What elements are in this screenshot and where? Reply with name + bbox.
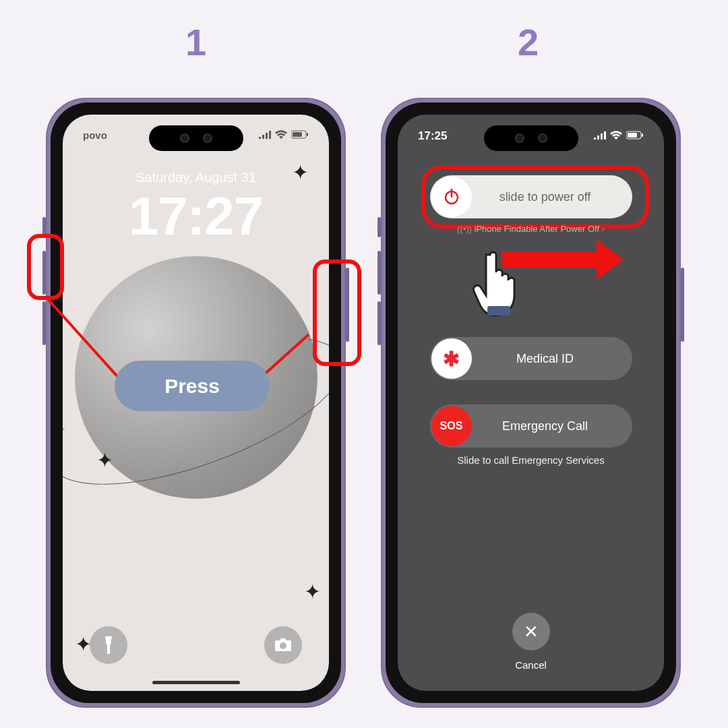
svg-rect-5 — [642, 133, 643, 137]
status-time: 17:25 — [418, 129, 447, 143]
phone-2-frame: 17:25 slide to pow — [381, 98, 681, 708]
highlight-power-slider — [421, 165, 649, 229]
home-indicator[interactable] — [152, 681, 240, 684]
svg-rect-8 — [487, 306, 510, 315]
volume-down-button[interactable] — [377, 301, 381, 345]
volume-down-button[interactable] — [42, 301, 46, 345]
press-label: Press — [115, 361, 270, 411]
svg-rect-4 — [628, 133, 637, 138]
close-icon: ✕ — [524, 621, 539, 642]
battery-icon — [626, 129, 644, 143]
signal-icon — [594, 129, 606, 143]
chevron-right-icon: › — [602, 224, 605, 234]
step-number-2: 2 — [518, 20, 539, 64]
volume-up-button[interactable] — [377, 251, 381, 295]
camera-button[interactable] — [264, 626, 302, 664]
lockscreen-date: Saturday, August 31 — [63, 170, 329, 185]
flashlight-button[interactable] — [90, 626, 127, 664]
hand-pointer-icon — [468, 248, 529, 319]
findable-hint[interactable]: ((•)) iPhone Findable After Power Off › — [398, 224, 664, 234]
medical-id-slider[interactable]: ✱ Medical ID — [430, 337, 632, 380]
mute-switch[interactable] — [377, 217, 381, 237]
highlight-volume-up — [27, 234, 64, 300]
sparkle-icon: ✦ — [96, 448, 113, 472]
emergency-call-label: Emergency Call — [472, 419, 632, 433]
cancel-button[interactable]: ✕ — [512, 613, 550, 650]
step-number-1: 1 — [185, 20, 206, 64]
side-button[interactable] — [681, 268, 684, 342]
sparkle-icon: ✦ — [304, 580, 321, 603]
cancel-label: Cancel — [398, 659, 664, 671]
svg-rect-1 — [293, 132, 302, 137]
carrier-label: povo — [83, 129, 107, 141]
wifi-icon — [275, 129, 287, 141]
highlight-side-button — [313, 260, 361, 366]
sparkle-icon: ✦ — [292, 160, 309, 184]
status-bar: povo — [63, 129, 329, 141]
status-bar: 17:25 — [398, 129, 664, 143]
phone-2-screen: 17:25 slide to pow — [398, 115, 664, 691]
signal-icon — [259, 129, 271, 141]
svg-rect-2 — [307, 133, 308, 136]
wifi-icon — [610, 129, 622, 143]
medical-id-label: Medical ID — [472, 352, 632, 366]
asterisk-icon[interactable]: ✱ — [431, 338, 472, 379]
battery-icon — [291, 129, 309, 141]
sos-icon[interactable]: SOS — [431, 406, 472, 446]
emergency-call-slider[interactable]: SOS Emergency Call — [430, 404, 632, 448]
sos-hint: Slide to call Emergency Services — [398, 454, 664, 466]
lockscreen-time: 17:27 — [63, 185, 329, 247]
